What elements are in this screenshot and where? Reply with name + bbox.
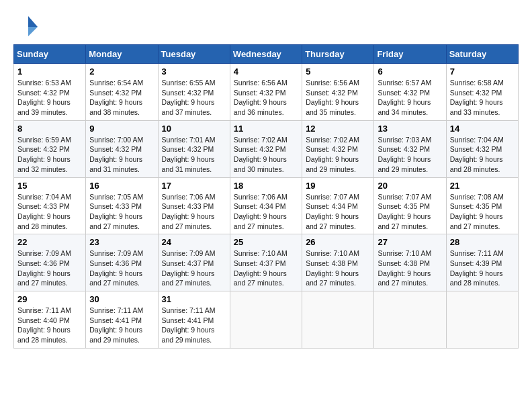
calendar-cell: 7 Sunrise: 6:58 AM Sunset: 4:32 PM Dayli… [446, 64, 518, 121]
calendar-cell: 4 Sunrise: 6:56 AM Sunset: 4:32 PM Dayli… [230, 64, 302, 121]
day-info: Sunrise: 7:05 AM Sunset: 4:33 PM Dayligh… [89, 192, 154, 232]
calendar-cell: 27 Sunrise: 7:10 AM Sunset: 4:38 PM Dayl… [374, 234, 446, 291]
day-info: Sunrise: 7:10 AM Sunset: 4:38 PM Dayligh… [378, 248, 442, 288]
day-info: Sunrise: 7:02 AM Sunset: 4:32 PM Dayligh… [234, 135, 298, 175]
calendar-cell: 10 Sunrise: 7:01 AM Sunset: 4:32 PM Dayl… [158, 120, 230, 177]
calendar-cell: 3 Sunrise: 6:55 AM Sunset: 4:32 PM Dayli… [158, 64, 230, 121]
calendar-cell: 29 Sunrise: 7:11 AM Sunset: 4:40 PM Dayl… [14, 291, 86, 349]
week-row-3: 15 Sunrise: 7:04 AM Sunset: 4:33 PM Dayl… [14, 177, 519, 234]
day-number: 9 [89, 124, 154, 134]
day-info: Sunrise: 6:55 AM Sunset: 4:32 PM Dayligh… [162, 78, 226, 118]
day-info: Sunrise: 7:09 AM Sunset: 4:36 PM Dayligh… [17, 248, 82, 288]
day-header-thursday: Thursday [302, 45, 374, 64]
day-info: Sunrise: 7:11 AM Sunset: 4:40 PM Dayligh… [17, 306, 82, 345]
day-number: 31 [162, 294, 226, 304]
day-number: 5 [306, 66, 370, 77]
calendar-cell: 5 Sunrise: 6:56 AM Sunset: 4:32 PM Dayli… [302, 64, 374, 121]
calendar-cell [230, 291, 302, 349]
day-info: Sunrise: 6:53 AM Sunset: 4:32 PM Dayligh… [17, 78, 82, 118]
day-info: Sunrise: 6:56 AM Sunset: 4:32 PM Dayligh… [306, 78, 370, 118]
logo-icon [15, 13, 39, 38]
calendar-cell [446, 291, 518, 349]
calendar-cell: 15 Sunrise: 7:04 AM Sunset: 4:33 PM Dayl… [14, 177, 86, 234]
day-header-saturday: Saturday [446, 45, 518, 64]
day-number: 13 [378, 124, 442, 134]
day-info: Sunrise: 7:11 AM Sunset: 4:39 PM Dayligh… [450, 248, 515, 288]
day-number: 3 [162, 66, 226, 77]
day-header-monday: Monday [86, 45, 158, 64]
day-info: Sunrise: 6:59 AM Sunset: 4:32 PM Dayligh… [17, 135, 82, 175]
calendar-cell: 31 Sunrise: 7:11 AM Sunset: 4:41 PM Dayl… [158, 291, 230, 349]
day-number: 28 [450, 237, 515, 247]
day-info: Sunrise: 7:10 AM Sunset: 4:37 PM Dayligh… [234, 248, 298, 288]
day-header-friday: Friday [374, 45, 446, 64]
calendar-cell: 9 Sunrise: 7:00 AM Sunset: 4:32 PM Dayli… [86, 120, 158, 177]
calendar-cell: 11 Sunrise: 7:02 AM Sunset: 4:32 PM Dayl… [230, 120, 302, 177]
calendar-cell: 14 Sunrise: 7:04 AM Sunset: 4:32 PM Dayl… [446, 120, 518, 177]
day-number: 24 [162, 237, 226, 247]
svg-marker-0 [28, 16, 38, 27]
week-row-4: 22 Sunrise: 7:09 AM Sunset: 4:36 PM Dayl… [14, 234, 519, 291]
day-number: 18 [234, 181, 298, 191]
day-info: Sunrise: 7:11 AM Sunset: 4:41 PM Dayligh… [162, 306, 226, 345]
day-info: Sunrise: 6:57 AM Sunset: 4:32 PM Dayligh… [378, 78, 442, 118]
day-info: Sunrise: 7:08 AM Sunset: 4:35 PM Dayligh… [450, 192, 515, 232]
calendar-cell: 23 Sunrise: 7:09 AM Sunset: 4:36 PM Dayl… [86, 234, 158, 291]
day-number: 7 [450, 66, 515, 77]
day-number: 27 [378, 237, 442, 247]
calendar-cell: 30 Sunrise: 7:11 AM Sunset: 4:41 PM Dayl… [86, 291, 158, 349]
day-info: Sunrise: 7:10 AM Sunset: 4:38 PM Dayligh… [306, 248, 370, 288]
day-number: 23 [89, 237, 154, 247]
day-info: Sunrise: 7:07 AM Sunset: 4:34 PM Dayligh… [306, 192, 370, 232]
calendar-cell: 21 Sunrise: 7:08 AM Sunset: 4:35 PM Dayl… [446, 177, 518, 234]
day-info: Sunrise: 6:56 AM Sunset: 4:32 PM Dayligh… [234, 78, 298, 118]
logo [13, 13, 39, 38]
week-row-2: 8 Sunrise: 6:59 AM Sunset: 4:32 PM Dayli… [14, 120, 519, 177]
day-header-wednesday: Wednesday [230, 45, 302, 64]
day-number: 16 [89, 181, 154, 191]
day-info: Sunrise: 7:03 AM Sunset: 4:32 PM Dayligh… [378, 135, 442, 175]
day-number: 8 [17, 124, 82, 134]
header [13, 13, 519, 38]
calendar-cell: 19 Sunrise: 7:07 AM Sunset: 4:34 PM Dayl… [302, 177, 374, 234]
day-info: Sunrise: 7:00 AM Sunset: 4:32 PM Dayligh… [89, 135, 154, 175]
day-number: 17 [162, 181, 226, 191]
calendar-table: SundayMondayTuesdayWednesdayThursdayFrid… [13, 44, 519, 349]
calendar-cell: 25 Sunrise: 7:10 AM Sunset: 4:37 PM Dayl… [230, 234, 302, 291]
day-info: Sunrise: 7:11 AM Sunset: 4:41 PM Dayligh… [89, 306, 154, 345]
calendar-cell: 18 Sunrise: 7:06 AM Sunset: 4:34 PM Dayl… [230, 177, 302, 234]
day-info: Sunrise: 6:54 AM Sunset: 4:32 PM Dayligh… [89, 78, 154, 118]
day-number: 21 [450, 181, 515, 191]
day-number: 26 [306, 237, 370, 247]
day-number: 12 [306, 124, 370, 134]
calendar-cell: 6 Sunrise: 6:57 AM Sunset: 4:32 PM Dayli… [374, 64, 446, 121]
day-number: 1 [17, 66, 82, 77]
calendar-cell: 12 Sunrise: 7:02 AM Sunset: 4:32 PM Dayl… [302, 120, 374, 177]
calendar-cell: 17 Sunrise: 7:06 AM Sunset: 4:33 PM Dayl… [158, 177, 230, 234]
day-info: Sunrise: 7:02 AM Sunset: 4:32 PM Dayligh… [306, 135, 370, 175]
week-row-1: 1 Sunrise: 6:53 AM Sunset: 4:32 PM Dayli… [14, 64, 519, 121]
calendar-cell: 22 Sunrise: 7:09 AM Sunset: 4:36 PM Dayl… [14, 234, 86, 291]
calendar-cell: 1 Sunrise: 6:53 AM Sunset: 4:32 PM Dayli… [14, 64, 86, 121]
day-info: Sunrise: 7:04 AM Sunset: 4:33 PM Dayligh… [17, 192, 82, 232]
svg-marker-1 [28, 27, 38, 36]
day-number: 22 [17, 237, 82, 247]
day-number: 14 [450, 124, 515, 134]
calendar-cell: 2 Sunrise: 6:54 AM Sunset: 4:32 PM Dayli… [86, 64, 158, 121]
calendar-cell: 24 Sunrise: 7:09 AM Sunset: 4:37 PM Dayl… [158, 234, 230, 291]
calendar-cell [302, 291, 374, 349]
day-number: 25 [234, 237, 298, 247]
day-info: Sunrise: 7:06 AM Sunset: 4:34 PM Dayligh… [234, 192, 298, 232]
day-info: Sunrise: 7:04 AM Sunset: 4:32 PM Dayligh… [450, 135, 515, 175]
day-info: Sunrise: 7:06 AM Sunset: 4:33 PM Dayligh… [162, 192, 226, 232]
day-info: Sunrise: 6:58 AM Sunset: 4:32 PM Dayligh… [450, 78, 515, 118]
calendar-cell [374, 291, 446, 349]
day-number: 29 [17, 294, 82, 304]
day-number: 30 [89, 294, 154, 304]
day-number: 20 [378, 181, 442, 191]
day-number: 6 [378, 66, 442, 77]
calendar-cell: 8 Sunrise: 6:59 AM Sunset: 4:32 PM Dayli… [14, 120, 86, 177]
calendar-cell: 13 Sunrise: 7:03 AM Sunset: 4:32 PM Dayl… [374, 120, 446, 177]
day-number: 19 [306, 181, 370, 191]
day-info: Sunrise: 7:09 AM Sunset: 4:37 PM Dayligh… [162, 248, 226, 288]
